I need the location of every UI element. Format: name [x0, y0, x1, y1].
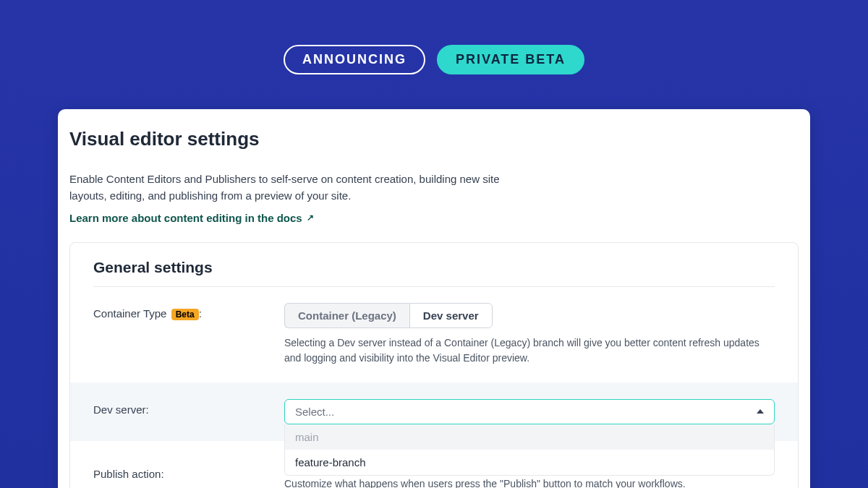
announcing-badge: ANNOUNCING	[284, 45, 425, 74]
dev-server-dropdown: main feature-branch	[284, 424, 775, 476]
dev-server-button[interactable]: Dev server	[409, 303, 493, 328]
container-type-row: Container Type Beta: Container (Legacy) …	[93, 287, 775, 382]
container-type-label: Container Type Beta:	[93, 303, 284, 366]
container-legacy-button[interactable]: Container (Legacy)	[284, 303, 409, 328]
dropdown-option-main[interactable]: main	[285, 424, 774, 450]
docs-link-text: Learn more about content editing in the …	[69, 212, 302, 224]
external-link-icon: ↗	[307, 213, 314, 223]
page-description: Enable Content Editors and Publishers to…	[69, 171, 532, 205]
dev-server-select[interactable]: Select...	[284, 399, 775, 424]
chevron-up-icon	[757, 409, 764, 414]
beta-badge: Beta	[171, 309, 199, 320]
container-type-toggle: Container (Legacy) Dev server	[284, 303, 775, 328]
private-beta-badge: PRIVATE BETA	[437, 45, 584, 74]
dev-server-row: Dev server: Select... main feature-branc…	[70, 382, 798, 441]
publish-action-label: Publish action:	[93, 463, 284, 489]
docs-link[interactable]: Learn more about content editing in the …	[69, 212, 314, 224]
publish-action-helper: Customize what happens when users press …	[284, 476, 775, 489]
container-type-helper: Selecting a Dev server instead of a Cont…	[284, 335, 775, 366]
dropdown-option-feature-branch[interactable]: feature-branch	[285, 450, 774, 475]
settings-panel: Visual editor settings Enable Content Ed…	[58, 109, 810, 488]
general-settings-title: General settings	[93, 259, 775, 287]
page-title: Visual editor settings	[69, 128, 799, 150]
dev-server-label: Dev server:	[93, 399, 284, 424]
general-settings-card: General settings Container Type Beta: Co…	[69, 242, 799, 489]
dev-server-placeholder: Select...	[295, 406, 334, 418]
